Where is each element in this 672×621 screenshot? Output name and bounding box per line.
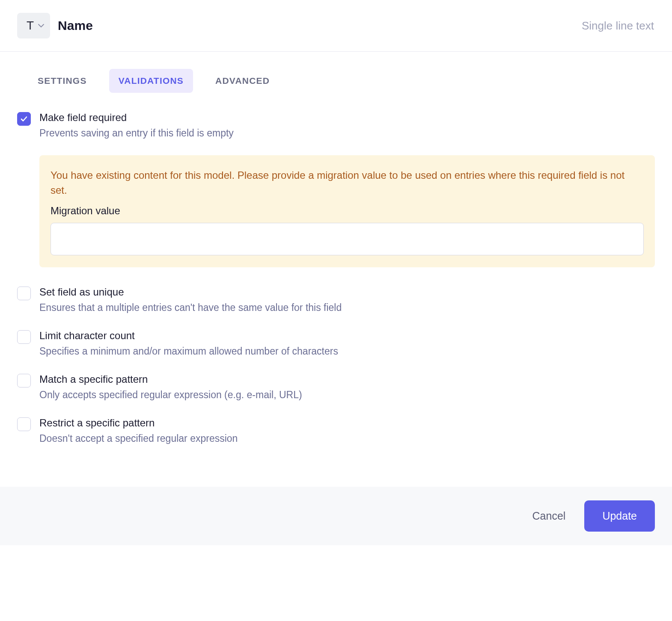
option-unique-text: Set field as unique Ensures that a multi…	[39, 286, 655, 314]
option-restrict-desc: Doesn't accept a specified regular expre…	[39, 432, 655, 445]
option-limit-text: Limit character count Specifies a minimu…	[39, 330, 655, 358]
checkbox-restrict[interactable]	[17, 417, 31, 431]
checkbox-limit[interactable]	[17, 330, 31, 344]
option-restrict: Restrict a specific pattern Doesn't acce…	[17, 417, 655, 445]
option-unique-desc: Ensures that a multiple entries can't ha…	[39, 301, 655, 314]
type-indicator-letter: T	[27, 19, 34, 33]
tab-validations[interactable]: VALIDATIONS	[109, 69, 193, 93]
option-restrict-text: Restrict a specific pattern Doesn't acce…	[39, 417, 655, 445]
migration-value-input[interactable]	[51, 223, 644, 255]
footer: Cancel Update	[0, 487, 672, 545]
option-unique: Set field as unique Ensures that a multi…	[17, 286, 655, 314]
warning-message: You have existing content for this model…	[51, 168, 644, 198]
option-match-text: Match a specific pattern Only accepts sp…	[39, 373, 655, 402]
option-required-title: Make field required	[39, 112, 655, 124]
option-limit-title: Limit character count	[39, 330, 655, 342]
option-match-desc: Only accepts specified regular expressio…	[39, 388, 655, 402]
tab-advanced[interactable]: ADVANCED	[206, 69, 279, 93]
migration-value-label: Migration value	[51, 205, 644, 217]
content-area: SETTINGS VALIDATIONS ADVANCED Make field…	[0, 52, 672, 487]
checkbox-match[interactable]	[17, 374, 31, 387]
header: T Name Single line text	[0, 0, 672, 52]
tab-settings[interactable]: SETTINGS	[28, 69, 96, 93]
option-match: Match a specific pattern Only accepts sp…	[17, 373, 655, 402]
cancel-button[interactable]: Cancel	[532, 510, 566, 522]
field-type-label: Single line text	[582, 19, 654, 33]
option-unique-title: Set field as unique	[39, 286, 655, 298]
option-match-title: Match a specific pattern	[39, 373, 655, 385]
migration-warning: You have existing content for this model…	[39, 155, 655, 267]
option-restrict-title: Restrict a specific pattern	[39, 417, 655, 429]
field-type-selector[interactable]: T	[17, 13, 50, 38]
update-button[interactable]: Update	[584, 500, 655, 532]
option-required: Make field required Prevents saving an e…	[17, 112, 655, 140]
option-required-text: Make field required Prevents saving an e…	[39, 112, 655, 140]
option-limit: Limit character count Specifies a minimu…	[17, 330, 655, 358]
checkbox-required[interactable]	[17, 112, 31, 126]
tabs-bar: SETTINGS VALIDATIONS ADVANCED	[28, 69, 655, 93]
chevron-down-icon	[38, 23, 44, 29]
option-limit-desc: Specifies a minimum and/or maximum allow…	[39, 344, 655, 358]
field-name: Name	[58, 18, 93, 33]
option-required-desc: Prevents saving an entry if this field i…	[39, 126, 655, 140]
checkbox-unique[interactable]	[17, 287, 31, 300]
header-left: T Name	[17, 13, 93, 38]
